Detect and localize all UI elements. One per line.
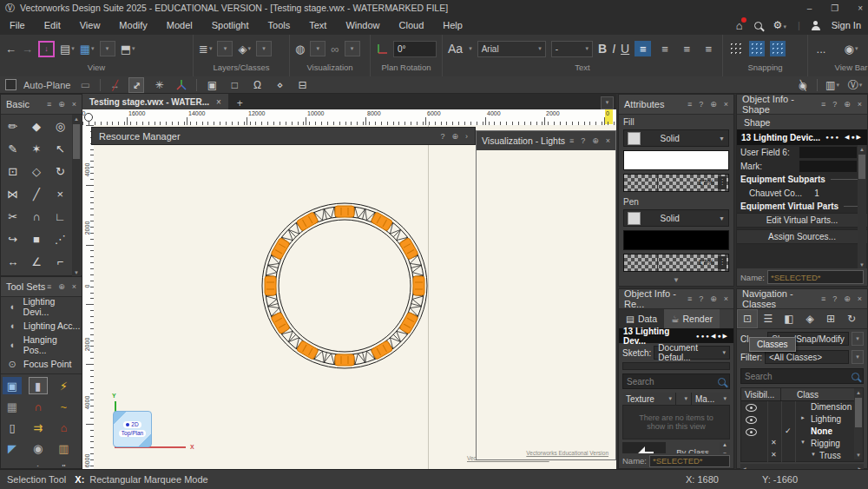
render-style-dropdown[interactable]: ▾ <box>345 41 360 56</box>
expand-arrow-icon[interactable]: ▼ <box>800 439 806 445</box>
tab-list-dropdown[interactable]: ▾ <box>601 96 614 109</box>
menu-text[interactable]: Text <box>299 20 336 30</box>
basic-palette-scrollbar[interactable]: ▲ ▼ <box>72 115 81 277</box>
new-tab-button[interactable]: + <box>237 97 243 109</box>
fillet-tool[interactable]: ∩ <box>24 205 48 228</box>
fill-color-bar[interactable] <box>623 150 729 170</box>
visible-eye-icon[interactable] <box>746 404 757 412</box>
help-icon[interactable]: ? <box>699 100 703 109</box>
name-input[interactable]: *SELECTED* <box>767 270 864 284</box>
standard-view-cube-icon[interactable]: ⬒▾ <box>121 43 135 56</box>
palette-menu-icon[interactable]: ≡ <box>569 136 574 145</box>
plan-rotation-input[interactable]: 0° <box>393 41 437 57</box>
palette-close-icon[interactable]: × <box>724 100 728 109</box>
freehand-tool[interactable]: ✏ <box>1 115 24 137</box>
render-search-input[interactable]: Search <box>622 373 730 389</box>
home-icon[interactable]: ⌂ <box>736 19 743 32</box>
column-blank[interactable]: ▾ <box>676 393 692 405</box>
palette-pin-icon[interactable]: ⊕ <box>844 294 851 303</box>
edit-virtual-parts-button[interactable]: Edit Virtual Parts... <box>737 213 867 228</box>
name-input[interactable]: *SELECTED* <box>649 455 730 467</box>
dim-rotated-tool[interactable]: ∠ <box>24 250 48 273</box>
sketch-dropdown[interactable]: Document Defaul...▾ <box>654 346 730 360</box>
fill-style-dropdown[interactable]: Solid▼ <box>623 129 729 147</box>
expand-arrow-icon[interactable]: ▼ <box>811 452 816 457</box>
minimize-button[interactable]: – <box>807 3 812 13</box>
palette-menu-icon[interactable]: ≡ <box>687 294 692 303</box>
palette-close-icon[interactable]: × <box>72 100 76 109</box>
view-bar-eye-icon[interactable]: ◉▾ <box>845 43 858 56</box>
nav-tab-design-layers[interactable]: ☰ <box>758 309 779 328</box>
pen-color-bar[interactable] <box>623 230 729 250</box>
stage-tool[interactable]: ∩ <box>29 398 48 415</box>
nav-tab-updates[interactable]: ↻ <box>841 309 862 328</box>
font-size-select[interactable]: -▾ <box>551 41 593 57</box>
layers-dropdown[interactable]: ▾ <box>217 41 233 56</box>
saved-views-icon[interactable]: ▦▾ <box>80 43 95 56</box>
column-material[interactable]: Ma...▾ <box>692 393 730 405</box>
lumber-tool[interactable]: ▬ <box>3 460 22 466</box>
extrude-tool[interactable]: ■ <box>24 228 48 250</box>
spotlight-monitor-tool[interactable]: ▣ <box>3 377 22 394</box>
toolset-lighting-accessories[interactable]: ◖Lighting Acc... <box>1 316 82 335</box>
palette-close-icon[interactable]: × <box>858 100 862 109</box>
polygon-marquee-icon[interactable]: ⋄ <box>272 77 287 93</box>
align-right-button[interactable]: ≡ <box>679 41 695 56</box>
visible-eye-icon[interactable] <box>746 428 757 436</box>
view-mode-indicator[interactable]: 2D Top/Plan <box>113 411 152 447</box>
polygon-tool[interactable]: ◆ <box>24 115 48 137</box>
truss-display-icon[interactable]: ▥▾ <box>825 77 840 93</box>
mark-input[interactable] <box>799 161 857 172</box>
classes-icon[interactable]: ◈▾ <box>238 43 251 56</box>
chamfer-tool[interactable]: ∟ <box>49 205 72 228</box>
sign-in-button[interactable]: Sign In <box>832 20 861 30</box>
assign-sources-button[interactable]: Assign Sources... <box>737 229 867 244</box>
collapse-icon[interactable]: › <box>465 132 468 141</box>
nav-tab-saved-views[interactable]: ◈ <box>799 309 820 328</box>
menu-help[interactable]: Help <box>433 20 472 30</box>
render-style-glasses-icon[interactable]: ∞ <box>331 43 339 56</box>
class-row-truss[interactable]: ✕▼Truss <box>741 450 863 462</box>
palette-close-icon[interactable]: × <box>724 294 728 303</box>
shape-panel-scrollbar[interactable]: ▲▼ <box>858 145 866 269</box>
italic-button[interactable]: I <box>612 42 615 56</box>
dim-angle-tool[interactable]: ⌐ <box>49 250 72 273</box>
offset-tool[interactable]: ↪ <box>1 228 24 250</box>
lighting-device[interactable] <box>335 354 354 366</box>
align-left-button[interactable]: ≡ <box>635 41 651 56</box>
pen-opacity-slider[interactable]: 17% ⋮ <box>623 254 729 272</box>
rotate-tool[interactable]: ↻ <box>49 160 72 182</box>
power-tool[interactable]: ⚡ <box>54 377 73 394</box>
next-object-button[interactable]: ▶ <box>857 134 863 140</box>
multiple-object-mode-icon[interactable]: ✳ <box>151 77 167 93</box>
settings-gear-icon[interactable]: ⚙▾ <box>773 19 786 31</box>
palette-menu-icon[interactable]: ≡ <box>821 294 825 303</box>
menu-file[interactable]: File <box>0 20 35 30</box>
toolbar-overflow-button[interactable]: ... <box>817 43 826 56</box>
hidden-x-icon[interactable]: ✕ <box>771 451 777 459</box>
palette-menu-icon[interactable]: ≡ <box>821 100 825 109</box>
sheet-view-icon[interactable]: ▤▾ <box>60 43 75 56</box>
classes-dropdown[interactable]: ▾ <box>256 41 272 56</box>
eyedropper-tool[interactable]: ✎ <box>1 137 24 160</box>
align-center-button[interactable]: ≡ <box>656 41 673 56</box>
palette-pin-icon[interactable]: ⊕ <box>58 100 65 109</box>
trim-tool[interactable]: ✂ <box>1 205 24 228</box>
bold-button[interactable]: B <box>598 42 607 56</box>
menu-edit[interactable]: Edit <box>35 20 70 30</box>
dim-horizontal-tool[interactable]: ↔ <box>1 250 24 273</box>
view-dropdown[interactable]: ▾ <box>100 41 115 56</box>
toolset-hanging-positions[interactable]: ◖Hanging Pos... <box>1 335 82 354</box>
help-icon[interactable]: ? <box>699 294 703 303</box>
house-rigging-tool[interactable]: ⌂ <box>54 419 73 436</box>
delete-tool[interactable]: × <box>49 182 72 205</box>
palette-menu-icon[interactable]: ≡ <box>687 100 692 109</box>
cable-tool[interactable]: ~ <box>54 398 73 415</box>
column-texture[interactable]: Texture▾ <box>622 393 676 405</box>
camera-tool[interactable]: ◉ <box>29 439 48 457</box>
lighting-device[interactable] <box>335 206 354 217</box>
snap-smart-icon[interactable] <box>770 41 786 56</box>
mirror-tool[interactable]: ⋈ <box>1 182 24 205</box>
underline-button[interactable]: U <box>621 42 629 56</box>
menu-modify[interactable]: Modify <box>109 20 156 30</box>
